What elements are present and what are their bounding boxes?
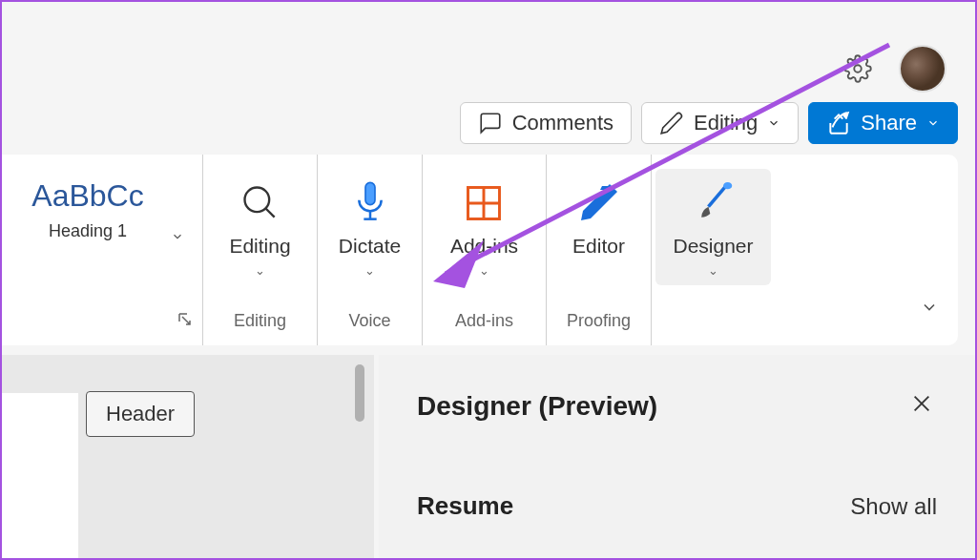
chevron-down-icon: ⌄ [364,263,375,278]
share-button[interactable]: Share [808,102,958,144]
editor-label: Editor [572,235,625,258]
group-label [711,311,716,331]
designer-pane: Designer (Preview) Resume Show all [379,355,975,558]
title-bar [2,2,975,97]
chevron-down-icon [920,298,939,317]
styles-expand[interactable] [163,230,192,243]
chevron-down-icon: ⌄ [255,263,265,278]
style-preview: AaBbCc [31,178,143,214]
dictate-label: Dictate [339,235,401,258]
ribbon-group-voice: Dictate ⌄ Voice [317,155,422,345]
collapse-ribbon[interactable] [910,155,958,345]
dialog-launcher[interactable] [177,312,193,331]
designer-section-title: Resume [417,491,513,521]
designer-label: Designer [673,235,753,258]
grid-icon [463,182,505,224]
addins-label: Add-ins [450,235,518,258]
microphone-icon [351,180,389,226]
svg-rect-3 [365,182,375,204]
settings-button[interactable] [841,52,875,86]
editing-label: Editing [694,111,758,135]
ribbon-group-proofing: Editor Proofing [546,155,651,345]
comment-icon [478,111,503,135]
share-label: Share [861,111,917,135]
ribbon-group-designer: Designer ⌄ [651,155,775,345]
dialog-launcher-icon [177,312,193,327]
group-label [99,311,104,331]
chevron-down-icon [171,230,184,243]
header-chip[interactable]: Header [86,391,195,437]
show-all-link[interactable]: Show all [850,493,937,520]
designer-pane-title: Designer (Preview) [417,391,657,422]
scrollbar-thumb[interactable] [355,364,364,422]
ribbon: AaBbCc Heading 1 Editing ⌄ Editing [2,155,958,345]
group-label: Add-ins [455,311,513,331]
share-icon [826,111,851,135]
search-icon [239,182,281,224]
chevron-down-icon [926,116,940,130]
action-bar: Comments Editing Share [460,102,958,144]
svg-point-1 [244,187,269,212]
editor-pen-icon [575,180,621,226]
designer-button[interactable]: Designer ⌄ [655,169,770,285]
svg-point-0 [854,65,862,73]
ribbon-group-addins: Add-ins ⌄ Add-ins [422,155,546,345]
group-label: Proofing [567,311,631,331]
document-area: Header [2,355,374,558]
addins-button[interactable]: Add-ins ⌄ [433,169,535,285]
group-label: Voice [348,311,390,331]
document-page[interactable] [2,393,78,558]
editing-button[interactable]: Editing ⌄ [212,169,307,285]
svg-line-2 [265,208,274,217]
svg-point-9 [723,182,732,189]
chevron-down-icon: ⌄ [708,263,718,278]
comments-label: Comments [512,111,613,135]
style-heading1[interactable]: AaBbCc Heading 1 [12,169,162,251]
ribbon-group-styles: AaBbCc Heading 1 [2,155,202,345]
chevron-down-icon [767,116,780,130]
pencil-icon [659,111,684,135]
close-icon [911,393,932,414]
paintbrush-icon [693,180,735,226]
avatar[interactable] [899,45,946,93]
ribbon-group-editing: Editing ⌄ Editing [202,155,317,345]
editor-button[interactable]: Editor [555,169,642,265]
close-button[interactable] [906,388,937,425]
chevron-down-icon: ⌄ [479,263,489,278]
gear-icon [843,54,872,83]
editing-mode-button[interactable]: Editing [641,102,799,144]
comments-button[interactable]: Comments [460,102,632,144]
group-label: Editing [234,311,286,331]
style-name: Heading 1 [49,221,127,241]
editing-label: Editing [229,235,290,258]
dictate-button[interactable]: Dictate ⌄ [322,169,418,285]
